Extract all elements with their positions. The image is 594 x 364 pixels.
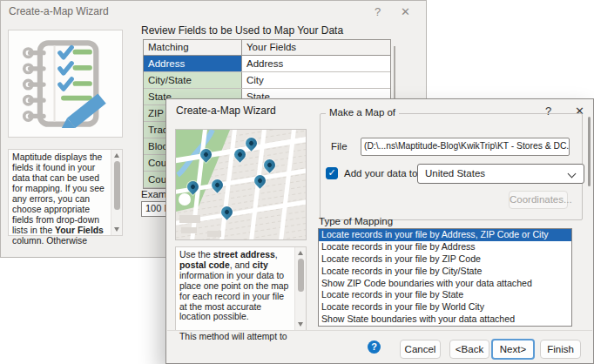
type-of-mapping-list: Locate records in your file by Address, …: [318, 228, 572, 327]
back-button[interactable]: <Back: [449, 340, 489, 359]
column-header-your-fields[interactable]: Your Fields: [242, 40, 390, 55]
matching-cell[interactable]: City/State: [144, 72, 242, 88]
table-header: Matching Your Fields: [144, 40, 390, 56]
mapping-option[interactable]: Locate records in your file by Address, …: [319, 229, 571, 241]
scroll-thumb[interactable]: [114, 161, 120, 210]
make-a-map-of-group: Make a Map of File (D:\...ns\Maptitude-B…: [320, 113, 583, 220]
column-header-matching[interactable]: Matching: [144, 40, 242, 55]
chevron-down-icon: [568, 170, 577, 179]
wizard-help-text: Maptitude displays the fields it found i…: [12, 152, 109, 246]
file-path-input[interactable]: (D:\...ns\Maptitude-Blog\KwikTrip\KT - S…: [361, 138, 570, 156]
window-title: Create-a-Map Wizard: [176, 104, 276, 117]
wizard-illustration-panel: [8, 30, 123, 138]
review-fields-heading: Review Fields to be Used to Map Your Dat…: [141, 24, 343, 37]
mapping-help-paragraph-1: Use the street address, postal code, and…: [179, 250, 288, 321]
existing-map-dropdown[interactable]: United States: [417, 164, 584, 184]
mapping-help-paragraph-2: This method will attempt to: [179, 332, 293, 342]
screenshot-canvas: Create-a-Map Wizard ? ✕: [0, 0, 594, 364]
list-scrollbar[interactable]: [588, 117, 591, 186]
your-field-cell[interactable]: City: [242, 72, 390, 88]
notebook-checklist-icon: [18, 38, 112, 129]
close-icon[interactable]: ✕: [398, 4, 413, 19]
type-of-mapping-label: Type of Mapping: [319, 216, 393, 226]
finish-button[interactable]: Finish: [540, 340, 581, 359]
scroll-up-icon[interactable]: [114, 153, 119, 158]
mapping-option[interactable]: Locate records in your file by ZIP Code: [319, 253, 571, 266]
table-row[interactable]: City/State City: [144, 72, 390, 89]
mapping-option[interactable]: Locate records in your file by City/Stat…: [319, 266, 571, 278]
scroll-thumb[interactable]: [298, 259, 304, 292]
scrollbar[interactable]: [111, 150, 122, 235]
wizard-dialog-foreground: Create-a-Map Wizard ? ✕: [165, 98, 594, 364]
scrollbar[interactable]: [294, 247, 306, 330]
group-legend: Make a Map of: [326, 107, 399, 118]
footer-divider: [167, 330, 592, 331]
mapping-option[interactable]: Locate records in your file by Address: [319, 241, 571, 253]
coordinates-button[interactable]: Coordinates...: [509, 191, 568, 209]
matching-cell[interactable]: Address: [144, 56, 242, 71]
existing-map-value: United States: [425, 168, 485, 179]
mapping-help-text: Use the street address, postal code, and…: [179, 250, 293, 342]
table-row[interactable]: Address Address: [144, 56, 390, 72]
help-icon[interactable]: ?: [370, 4, 385, 19]
mapping-help-text-panel: Use the street address, postal code, and…: [175, 246, 307, 331]
scroll-down-icon[interactable]: [298, 322, 303, 327]
help-button[interactable]: ?: [368, 340, 381, 354]
add-data-checkbox[interactable]: [326, 167, 338, 179]
file-label: File: [331, 141, 348, 152]
wizard-help-text-panel: Maptitude displays the fields it found i…: [8, 149, 123, 236]
mapping-option[interactable]: Locate records in your file by World Cit…: [319, 301, 571, 313]
window-title: Create-a-Map Wizard: [9, 5, 109, 17]
your-field-cell[interactable]: Address: [242, 56, 390, 71]
map-preview: [175, 129, 307, 240]
mapping-option[interactable]: Show ZIP Code boundaries with your data …: [319, 278, 571, 290]
scroll-down-icon[interactable]: [114, 227, 119, 232]
cancel-button[interactable]: Cancel: [400, 340, 441, 359]
map-pins-layer: [176, 130, 306, 239]
scroll-up-icon[interactable]: [298, 251, 303, 255]
mapping-option[interactable]: Show State boundaries with your data att…: [319, 313, 571, 326]
mapping-option[interactable]: Locate records in your file by State: [319, 289, 571, 301]
next-button[interactable]: Next>: [491, 339, 535, 360]
